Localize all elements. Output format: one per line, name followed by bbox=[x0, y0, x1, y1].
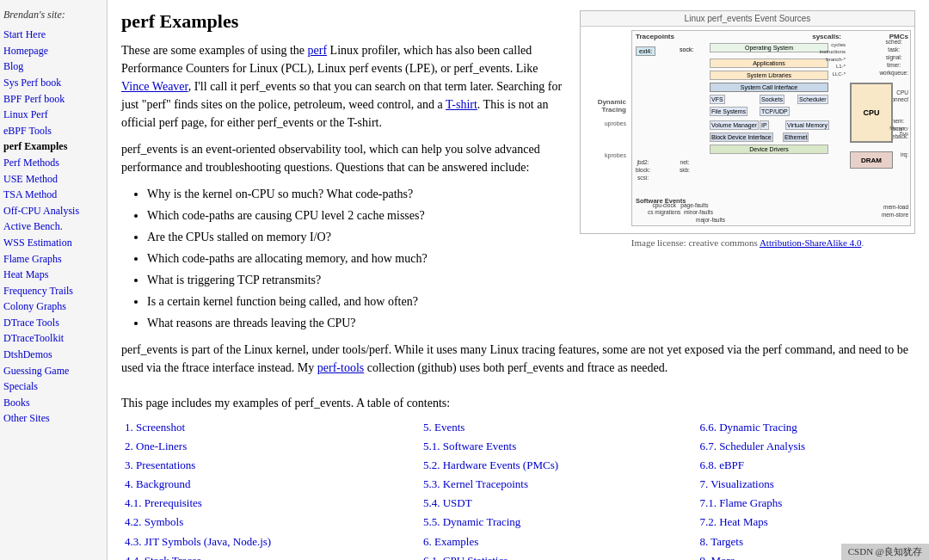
sidebar-link-bpf-perf-book[interactable]: BPF Perf book bbox=[3, 91, 103, 108]
sidebar-link-off-cpu-analysis[interactable]: Off-CPU Analysis bbox=[3, 203, 103, 219]
image-license-link[interactable]: Attribution-ShareAlike 4.0 bbox=[760, 237, 862, 248]
toc-item: 5.3. Kernel Tracepoints bbox=[423, 475, 692, 494]
toc-item: 4.1. Prerequisites bbox=[125, 494, 416, 513]
sidebar-link-homepage[interactable]: Homepage bbox=[3, 43, 103, 59]
toc-link[interactable]: 3. Presentations bbox=[125, 458, 195, 471]
intro-para-3: perf_events is part of the Linux kernel,… bbox=[121, 341, 915, 377]
toc-link[interactable]: 8. Targets bbox=[699, 535, 743, 548]
sidebar-link-ebpf-tools[interactable]: eBPF Tools bbox=[3, 123, 103, 139]
sidebar-link-wss-estimation[interactable]: WSS Estimation bbox=[3, 235, 103, 251]
perf-diagram: Linux perf_events Event Sources Dynamic … bbox=[580, 10, 915, 234]
toc-link[interactable]: 4.2. Symbols bbox=[125, 515, 183, 528]
toc-link[interactable]: 6. Examples bbox=[423, 535, 478, 548]
sidebar-link-sys-perf-book[interactable]: Sys Perf book bbox=[3, 75, 103, 91]
toc-link[interactable]: 5.4. USDT bbox=[423, 496, 472, 509]
toc-item: 2. One-Liners bbox=[125, 437, 416, 456]
toc-link[interactable]: 5.3. Kernel Tracepoints bbox=[423, 477, 528, 490]
toc-link[interactable]: 9. More bbox=[699, 554, 735, 560]
toc-item: 4. Background bbox=[125, 475, 416, 494]
sidebar-link-start-here[interactable]: Start Here bbox=[3, 27, 103, 43]
toc-item: 5.4. USDT bbox=[423, 494, 692, 513]
toc-row: 1. Screenshot2. One-Liners3. Presentatio… bbox=[121, 417, 915, 560]
toc-col-3: 6.6. Dynamic Tracing6.7. Scheduler Analy… bbox=[696, 417, 915, 560]
toc-item: 6.7. Scheduler Analysis bbox=[699, 437, 912, 456]
sidebar-link-perf-methods[interactable]: Perf Methods bbox=[3, 155, 103, 171]
vince-weaver-link[interactable]: Vince Weaver bbox=[121, 80, 188, 93]
diagram-title: Linux perf_events Event Sources bbox=[581, 11, 914, 27]
toc-item: 6.6. Dynamic Tracing bbox=[699, 418, 912, 437]
toc-item: 4.2. Symbols bbox=[125, 513, 416, 532]
toc-item: 7.1. Flame Graphs bbox=[699, 494, 912, 513]
diagram-section: Linux perf_events Event Sources Dynamic … bbox=[580, 10, 915, 248]
sidebar-link-tsa-method[interactable]: TSA Method bbox=[3, 187, 103, 203]
toc-item: 5.1. Software Events bbox=[423, 437, 692, 456]
perf-link[interactable]: perf bbox=[308, 44, 328, 57]
toc-link[interactable]: 1. Screenshot bbox=[125, 421, 185, 434]
toc-link[interactable]: 7. Visualizations bbox=[699, 477, 773, 490]
toc-item: 7. Visualizations bbox=[699, 475, 912, 494]
toc-intro: This page includes my examples of perf_e… bbox=[121, 394, 915, 412]
sidebar-link-guessing-game[interactable]: Guessing Game bbox=[3, 363, 103, 379]
toc-item: 4.3. JIT Symbols (Java, Node.js) bbox=[125, 532, 416, 551]
toc-link[interactable]: 5.5. Dynamic Tracing bbox=[423, 515, 520, 528]
sidebar-link-colony-graphs[interactable]: Colony Graphs bbox=[3, 298, 103, 315]
toc-link[interactable]: 4.3. JIT Symbols (Java, Node.js) bbox=[125, 535, 271, 548]
bullet-item: Which code-paths are allocating memory, … bbox=[147, 249, 915, 268]
sidebar-link-specials[interactable]: Specials bbox=[3, 378, 103, 395]
toc-link[interactable]: 6.1. CPU Statistics bbox=[423, 554, 508, 560]
bottom-bar: CSDN @良知犹存 bbox=[841, 544, 929, 560]
toc-link[interactable]: 7.2. Heat Maps bbox=[699, 515, 767, 528]
sidebar-link-dtrace-tools[interactable]: DTrace Tools bbox=[3, 315, 103, 331]
toc-item: 6. Examples bbox=[423, 532, 692, 551]
toc-link[interactable]: 5.1. Software Events bbox=[423, 440, 516, 452]
sidebar-link-use-method[interactable]: USE Method bbox=[3, 171, 103, 188]
sidebar-link-other-sites[interactable]: Other Sites bbox=[3, 410, 103, 427]
toc-item: 5.5. Dynamic Tracing bbox=[423, 513, 692, 532]
toc-item: 5.2. Hardware Events (PMCs) bbox=[423, 456, 692, 475]
sidebar-link-heat-maps[interactable]: Heat Maps bbox=[3, 267, 103, 283]
toc-item: 6.1. CPU Statistics bbox=[423, 551, 692, 560]
toc-col-1: 1. Screenshot2. One-Liners3. Presentatio… bbox=[121, 417, 420, 560]
toc-item: 5. Events bbox=[423, 418, 692, 437]
main-content: Linux perf_events Event Sources Dynamic … bbox=[108, 0, 929, 560]
sidebar: Brendan's site: Start HereHomepageBlogSy… bbox=[0, 0, 108, 560]
toc-link[interactable]: 4.4. Stack Traces bbox=[125, 554, 201, 560]
toc-item: 6.8. eBPF bbox=[699, 456, 912, 475]
bullet-item: Is a certain kernel function being calle… bbox=[147, 292, 915, 311]
toc-link[interactable]: 5.2. Hardware Events (PMCs) bbox=[423, 458, 558, 471]
toc-link[interactable]: 7.1. Flame Graphs bbox=[699, 496, 782, 509]
tshirt-link[interactable]: T-shirt bbox=[446, 98, 477, 111]
image-caption: Image license: creative commons Attribut… bbox=[580, 237, 915, 248]
sidebar-link-dtshdemos[interactable]: DtshDemos bbox=[3, 347, 103, 363]
perf-tools-link[interactable]: perf-tools bbox=[317, 361, 364, 374]
toc-item: 7.2. Heat Maps bbox=[699, 513, 912, 532]
diagram-inner: Dynamic Tracing uprobes kprobes Tracepoi… bbox=[581, 27, 914, 230]
toc-link[interactable]: 6.6. Dynamic Tracing bbox=[699, 421, 797, 434]
toc-item: 1. Screenshot bbox=[125, 418, 416, 437]
sidebar-link-books[interactable]: Books bbox=[3, 395, 103, 411]
toc-table: 1. Screenshot2. One-Liners3. Presentatio… bbox=[121, 417, 915, 560]
sidebar-link-perf-examples[interactable]: perf Examples bbox=[3, 138, 103, 155]
toc-link[interactable]: 5. Events bbox=[423, 421, 464, 434]
toc-link[interactable]: 4.1. Prerequisites bbox=[125, 496, 202, 509]
site-label: Brendan's site: bbox=[3, 7, 103, 23]
toc-col-2: 5. Events5.1. Software Events5.2. Hardwa… bbox=[420, 417, 696, 560]
sidebar-links: Start HereHomepageBlogSys Perf bookBPF P… bbox=[3, 27, 103, 427]
toc-item: 3. Presentations bbox=[125, 456, 416, 475]
toc-link[interactable]: 6.8. eBPF bbox=[699, 458, 744, 471]
sidebar-link-blog[interactable]: Blog bbox=[3, 58, 103, 75]
toc-link[interactable]: 6.7. Scheduler Analysis bbox=[699, 440, 805, 452]
sidebar-link-linux-perf[interactable]: Linux Perf bbox=[3, 107, 103, 123]
toc-link[interactable]: 2. One-Liners bbox=[125, 440, 187, 452]
sidebar-link-active-bench.[interactable]: Active Bench. bbox=[3, 218, 103, 235]
toc-item: 4.4. Stack Traces bbox=[125, 551, 416, 560]
toc-section: This page includes my examples of perf_e… bbox=[121, 394, 915, 560]
sidebar-link-frequency-trails[interactable]: Frequency Trails bbox=[3, 283, 103, 299]
bullet-item: What is triggering TCP retransmits? bbox=[147, 271, 915, 289]
toc-link[interactable]: 4. Background bbox=[125, 477, 191, 490]
sidebar-link-dtracetoolkit[interactable]: DTraceToolkit bbox=[3, 330, 103, 347]
bottom-bar-text: CSDN @良知犹存 bbox=[848, 546, 922, 557]
sidebar-link-flame-graphs[interactable]: Flame Graphs bbox=[3, 251, 103, 268]
bullet-item: What reasons are threads leaving the CPU… bbox=[147, 314, 915, 332]
